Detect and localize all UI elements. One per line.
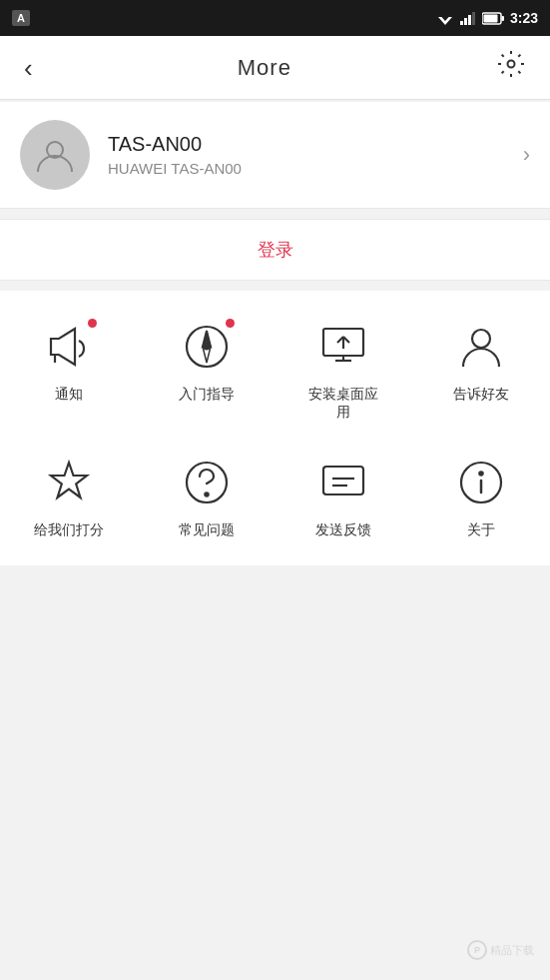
desktop-icon-wrap: [313, 317, 373, 377]
profile-device: HUAWEI TAS-AN00: [108, 160, 523, 177]
svg-marker-23: [51, 463, 87, 497]
login-section[interactable]: 登录: [0, 219, 550, 281]
status-time: 3:23: [510, 10, 538, 26]
info-icon: [455, 457, 507, 508]
watermark-text: 精品下载: [490, 943, 534, 958]
menu-label-notification: 通知: [55, 385, 83, 403]
status-bar: A 3:23: [0, 0, 550, 36]
menu-item-rate[interactable]: 给我们打分: [9, 453, 129, 538]
svg-rect-2: [460, 21, 463, 25]
compass-icon: [181, 321, 233, 373]
menu-item-share[interactable]: 告诉好友: [421, 317, 541, 421]
wifi-icon: [436, 11, 454, 25]
menu-label-faq: 常见问题: [179, 520, 235, 538]
status-bar-left: A: [12, 10, 30, 26]
nav-bar: ‹ More: [0, 36, 550, 100]
settings-icon: [496, 49, 526, 79]
question-icon: [181, 457, 233, 508]
svg-rect-7: [501, 16, 504, 21]
rate-icon-wrap: [39, 453, 99, 512]
profile-arrow-icon: ›: [523, 142, 530, 168]
profile-name: TAS-AN00: [108, 133, 523, 156]
menu-label-about: 关于: [467, 520, 495, 538]
status-a-indicator: A: [12, 10, 30, 26]
svg-rect-4: [468, 15, 471, 25]
guide-icon-wrap: [177, 317, 237, 377]
status-bar-right: 3:23: [436, 10, 538, 26]
svg-marker-14: [203, 331, 211, 347]
menu-row-2: 给我们打分 常见问题 发送反馈: [0, 437, 550, 554]
menu-label-feedback: 发送反馈: [315, 520, 371, 538]
menu-item-about[interactable]: 关于: [421, 453, 541, 538]
star-icon: [43, 457, 95, 508]
menu-item-guide[interactable]: 入门指导: [147, 317, 267, 421]
menu-label-rate: 给我们打分: [34, 520, 104, 538]
avatar: [20, 120, 90, 190]
menu-label-guide: 入门指导: [179, 385, 235, 403]
profile-section[interactable]: TAS-AN00 HUAWEI TAS-AN00 ›: [0, 102, 550, 209]
menu-label-desktop: 安装桌面应用: [308, 385, 378, 421]
svg-point-31: [479, 473, 483, 477]
settings-button[interactable]: [488, 41, 534, 94]
profile-info: TAS-AN00 HUAWEI TAS-AN00: [108, 133, 523, 177]
battery-icon: [482, 12, 504, 25]
menu-item-notification[interactable]: 通知: [9, 317, 129, 421]
svg-rect-3: [464, 18, 467, 25]
about-icon-wrap: [451, 453, 511, 512]
svg-rect-26: [323, 467, 363, 494]
menu-item-feedback[interactable]: 发送反馈: [283, 453, 403, 538]
signal-icon: [460, 11, 476, 25]
faq-icon-wrap: [177, 453, 237, 512]
notification-icon-wrap: [39, 317, 99, 377]
watermark: P 精品下载: [467, 940, 534, 960]
menu-item-faq[interactable]: 常见问题: [147, 453, 267, 538]
share-icon-wrap: [451, 317, 511, 377]
megaphone-icon: [43, 321, 95, 373]
monitor-icon: [317, 321, 369, 373]
login-text[interactable]: 登录: [258, 240, 293, 260]
svg-point-25: [205, 493, 209, 497]
menu-item-desktop[interactable]: 安装桌面应用: [283, 317, 403, 421]
avatar-icon: [34, 134, 76, 176]
svg-rect-5: [472, 12, 475, 25]
feedback-icon-wrap: [313, 453, 373, 512]
notification-red-dot: [88, 319, 97, 328]
person-icon: [455, 321, 507, 373]
guide-red-dot: [226, 319, 235, 328]
menu-section: 通知 入门指导: [0, 291, 550, 565]
watermark-icon: P: [467, 940, 487, 960]
svg-rect-8: [483, 14, 497, 22]
page-title: More: [238, 55, 291, 81]
svg-point-22: [472, 330, 490, 348]
svg-point-9: [507, 61, 514, 68]
menu-label-share: 告诉好友: [453, 385, 509, 403]
menu-row-1: 通知 入门指导: [0, 301, 550, 437]
svg-marker-15: [203, 347, 211, 363]
back-button[interactable]: ‹: [16, 47, 41, 89]
chat-icon: [317, 457, 369, 508]
